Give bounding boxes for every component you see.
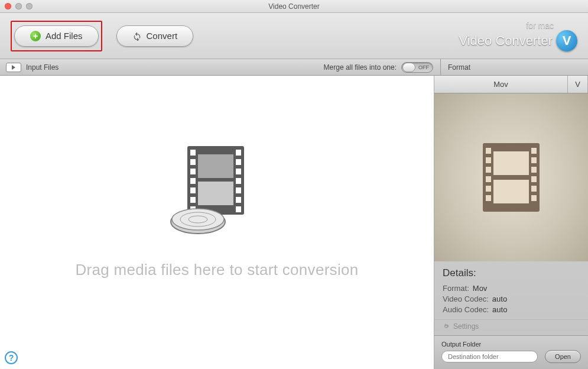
svg-rect-26 xyxy=(486,167,491,173)
svg-rect-12 xyxy=(236,169,241,174)
help-button[interactable]: ? xyxy=(5,351,18,364)
merge-area: Merge all files into one: OFF xyxy=(324,62,440,73)
svg-rect-8 xyxy=(190,197,196,203)
main-area[interactable]: Drag media files here to start conversio… xyxy=(0,76,434,369)
svg-rect-11 xyxy=(236,159,241,165)
subbar: Input Files Merge all files into one: OF… xyxy=(0,59,588,76)
details-audio-codec-key: Audio Codec: xyxy=(443,305,489,314)
brand-logo-icon: V xyxy=(556,30,577,51)
format-preview xyxy=(434,93,588,261)
window-title: Video Converter xyxy=(268,2,320,11)
svg-rect-33 xyxy=(531,176,537,182)
svg-rect-24 xyxy=(486,148,491,154)
format-tab-secondary[interactable]: V xyxy=(568,76,588,93)
svg-rect-4 xyxy=(190,159,196,165)
settings-label: Settings xyxy=(453,322,479,331)
merge-toggle-state: OFF xyxy=(418,64,429,70)
toolbar-buttons: + Add Files Convert xyxy=(11,21,193,51)
details-format-key: Format: xyxy=(443,284,469,293)
svg-rect-30 xyxy=(531,148,537,154)
minimize-window-button[interactable] xyxy=(15,3,22,9)
brand: for mac Video Converter V xyxy=(459,21,577,51)
convert-label: Convert xyxy=(147,31,178,41)
format-tabs: Mov V xyxy=(434,76,588,93)
maximize-window-button[interactable] xyxy=(26,3,33,9)
input-files-icon xyxy=(6,63,21,72)
svg-rect-28 xyxy=(486,186,491,192)
open-folder-button[interactable]: Open xyxy=(545,350,581,363)
output-bar: Output Folder Open xyxy=(434,335,588,369)
format-panel: Mov V Details: Format:Mov Video Codec:au… xyxy=(434,76,588,369)
format-tab-mov[interactable]: Mov xyxy=(434,76,568,93)
film-illustration-icon xyxy=(164,143,270,237)
svg-rect-5 xyxy=(190,169,196,174)
svg-rect-22 xyxy=(493,151,529,175)
add-files-label: Add Files xyxy=(46,31,83,41)
svg-rect-25 xyxy=(486,157,491,163)
destination-folder-input[interactable] xyxy=(441,351,538,362)
svg-rect-15 xyxy=(236,197,241,203)
add-files-button[interactable]: + Add Files xyxy=(14,25,99,47)
drop-placeholder-text: Drag media files here to start conversio… xyxy=(75,261,358,279)
svg-rect-29 xyxy=(486,195,491,201)
svg-rect-14 xyxy=(236,187,241,193)
svg-rect-7 xyxy=(190,187,196,193)
details-audio-codec-value: auto xyxy=(492,305,507,314)
svg-rect-32 xyxy=(531,167,537,173)
svg-rect-31 xyxy=(531,157,537,163)
svg-rect-2 xyxy=(198,182,233,205)
svg-point-18 xyxy=(172,209,224,230)
refresh-icon xyxy=(132,31,142,41)
titlebar: Video Converter xyxy=(0,0,588,13)
settings-button[interactable]: Settings xyxy=(434,319,588,335)
add-files-highlight: + Add Files xyxy=(11,21,102,51)
svg-rect-13 xyxy=(236,178,241,184)
details-video-codec-key: Video Codec: xyxy=(443,294,489,303)
input-files-label: Input Files xyxy=(26,63,59,72)
format-section-label: Format xyxy=(441,63,470,72)
merge-label: Merge all files into one: xyxy=(324,63,397,72)
svg-rect-10 xyxy=(236,150,241,156)
details-video-codec-value: auto xyxy=(492,294,507,303)
svg-rect-6 xyxy=(190,178,196,184)
convert-button[interactable]: Convert xyxy=(116,25,194,47)
close-window-button[interactable] xyxy=(5,3,11,9)
content: Drag media files here to start conversio… xyxy=(0,76,588,369)
output-folder-label: Output Folder xyxy=(441,341,581,348)
details-section: Details: Format:Mov Video Codec:auto Aud… xyxy=(434,261,588,319)
brand-subtitle: for mac xyxy=(459,21,554,30)
plus-icon: + xyxy=(30,31,41,41)
svg-rect-34 xyxy=(531,186,537,192)
film-strip-icon xyxy=(483,143,540,212)
svg-rect-16 xyxy=(236,206,241,212)
svg-rect-3 xyxy=(190,150,196,156)
svg-rect-23 xyxy=(493,180,529,203)
gear-icon xyxy=(443,323,450,330)
details-heading: Details: xyxy=(443,267,580,279)
details-format-value: Mov xyxy=(473,284,488,293)
window-controls xyxy=(5,3,33,9)
svg-rect-27 xyxy=(486,176,491,182)
svg-rect-1 xyxy=(198,154,233,178)
svg-rect-35 xyxy=(531,195,537,201)
brand-title: Video Converter xyxy=(459,33,553,48)
toolbar: + Add Files Convert for mac Video Conver… xyxy=(0,13,588,59)
merge-toggle[interactable]: OFF xyxy=(401,62,433,73)
